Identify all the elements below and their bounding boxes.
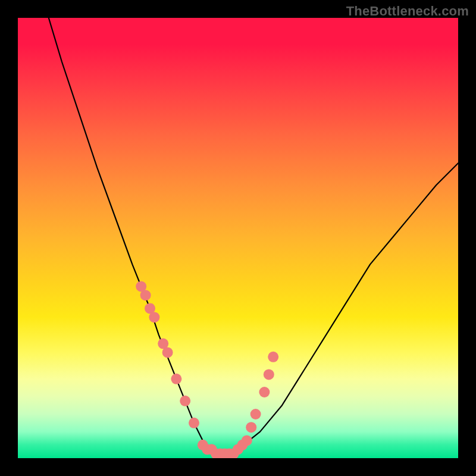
highlighted-point bbox=[268, 352, 278, 362]
highlighted-point bbox=[171, 374, 181, 384]
chart-frame: TheBottleneck.com bbox=[0, 0, 476, 476]
chart-overlay bbox=[18, 18, 458, 458]
highlighted-points-group bbox=[136, 281, 278, 458]
plot-area bbox=[18, 18, 458, 458]
highlighted-point bbox=[242, 435, 252, 446]
highlighted-point bbox=[250, 409, 261, 419]
highlighted-point bbox=[246, 422, 256, 433]
highlighted-point bbox=[189, 418, 199, 428]
bottleneck-curve-path bbox=[49, 18, 458, 454]
highlighted-point bbox=[180, 396, 190, 406]
highlighted-point bbox=[149, 312, 159, 322]
highlighted-point bbox=[162, 347, 173, 358]
watermark-text: TheBottleneck.com bbox=[346, 4, 469, 19]
highlighted-point bbox=[259, 387, 270, 397]
highlighted-point bbox=[140, 290, 151, 300]
highlighted-point bbox=[264, 369, 274, 380]
